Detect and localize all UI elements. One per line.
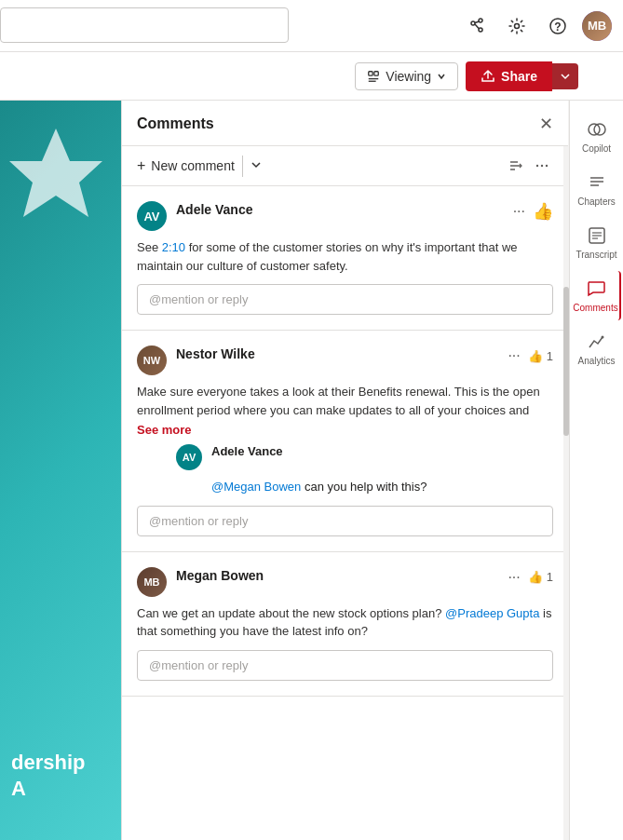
comment-actions (505, 155, 553, 177)
viewing-button[interactable]: Viewing (355, 62, 458, 90)
share-dropdown-button[interactable] (552, 63, 578, 89)
comments-header: Comments ✕ (122, 101, 568, 146)
like-button[interactable]: 👍 (528, 570, 543, 584)
search-box[interactable] (0, 7, 289, 43)
reply-author: Adele Vance (211, 444, 283, 458)
avatar: AV (137, 201, 167, 231)
sidebar-item-comments[interactable]: Comments (573, 271, 621, 320)
avatar: NW (137, 345, 167, 375)
comment-more-button[interactable]: ··· (504, 567, 523, 588)
share-button[interactable]: Share (466, 61, 552, 91)
reply-sub: AV Adele Vance @Megan Bowen can you help… (176, 444, 553, 496)
sidebar-item-transcript[interactable]: Transcript (573, 218, 621, 267)
reply-input[interactable]: @mention or reply (137, 506, 553, 536)
mention: @Pradeep Gupta (445, 606, 539, 620)
new-comment-button[interactable]: + New comment (137, 154, 242, 178)
left-panel: dership A (0, 101, 121, 840)
svg-point-26 (536, 165, 538, 167)
panel-line2: A (11, 776, 85, 803)
sidebar-item-analytics[interactable]: Analytics (573, 324, 621, 373)
svg-point-5 (515, 23, 520, 28)
sidebar-analytics-label: Analytics (577, 356, 615, 366)
svg-line-3 (475, 21, 480, 23)
comment-options: ··· 👍 (509, 201, 553, 222)
sidebar-item-chapters[interactable]: Chapters (573, 165, 621, 214)
like-count: 1 (547, 570, 553, 584)
avatar: MB (137, 567, 167, 597)
top-bar: ? MB (0, 0, 623, 52)
comment-row: NW Nestor Wilke ··· 👍 1 (137, 345, 553, 375)
share-group: Share (466, 61, 578, 91)
right-sidebar: Copilot Chapters Transcript Comments A (569, 101, 623, 840)
comment-thread: AV Adele Vance ··· 👍 See 2:10 for some o… (122, 186, 568, 331)
svg-point-22 (601, 336, 603, 339)
comment-body: See 2:10 for some of the customer storie… (137, 238, 553, 275)
new-comment-bar: + New comment (122, 146, 568, 186)
sidebar-transcript-label: Transcript (576, 250, 616, 260)
comment-meta: Adele Vance (176, 201, 500, 218)
reply-input[interactable]: @mention or reply (137, 284, 553, 315)
reply-avatar: AV (176, 444, 202, 470)
reply-body: @Megan Bowen can you help with this? (211, 478, 553, 496)
user-avatar[interactable]: MB (582, 11, 612, 41)
comment-meta: Megan Bowen (176, 567, 494, 584)
timestamp-link[interactable]: 2:10 (162, 240, 185, 254)
mention: @Megan Bowen (211, 480, 301, 494)
comment-author: Megan Bowen (176, 568, 264, 583)
comment-thread: MB Megan Bowen ··· 👍 1 Can we get an upd… (122, 552, 568, 697)
comment-more-button[interactable]: ··· (509, 201, 529, 222)
comment-thread: NW Nestor Wilke ··· 👍 1 Make sure everyo… (122, 331, 568, 552)
like-button[interactable]: 👍 (528, 349, 543, 363)
reply-row: AV Adele Vance (176, 444, 553, 470)
scrollbar-track (563, 101, 569, 840)
svg-marker-12 (9, 129, 102, 217)
settings-icon[interactable] (500, 9, 534, 43)
svg-point-28 (546, 165, 548, 167)
comment-row: AV Adele Vance ··· 👍 (137, 201, 553, 231)
toolbar-row: Viewing Share (0, 52, 623, 101)
help-icon[interactable]: ? (541, 9, 575, 43)
new-comment-label: New comment (151, 158, 234, 173)
svg-point-27 (541, 165, 543, 167)
comment-more-button[interactable]: ··· (504, 345, 523, 366)
comment-author: Nestor Wilke (176, 346, 255, 361)
comments-title: Comments (137, 115, 214, 132)
comment-options: ··· 👍 1 (504, 345, 553, 366)
viewing-label: Viewing (386, 69, 431, 84)
share-icon[interactable] (459, 9, 493, 43)
see-more-link[interactable]: See more (137, 423, 553, 437)
comments-panel: Comments ✕ + New comment (121, 101, 569, 840)
svg-point-0 (471, 21, 475, 25)
sidebar-comments-label: Comments (573, 303, 617, 313)
sidebar-item-copilot[interactable]: Copilot (573, 112, 621, 161)
sidebar-copilot-label: Copilot (582, 143, 611, 154)
svg-text:?: ? (554, 20, 561, 34)
share-label: Share (501, 69, 537, 84)
comment-author: Adele Vance (176, 202, 253, 217)
panel-line1: dership (11, 750, 85, 777)
svg-line-4 (475, 24, 480, 29)
comment-row: MB Megan Bowen ··· 👍 1 (137, 567, 553, 597)
scrollbar-thumb[interactable] (563, 287, 569, 436)
close-comments-button[interactable]: ✕ (539, 114, 553, 134)
sort-button[interactable] (505, 155, 527, 177)
svg-rect-8 (369, 71, 372, 75)
comment-options: ··· 👍 1 (504, 567, 553, 588)
comment-body: Can we get an update about the new stock… (137, 604, 553, 641)
comment-body: Make sure everyone takes a look at their… (137, 383, 553, 419)
more-options-button[interactable] (531, 155, 553, 177)
svg-rect-9 (374, 71, 378, 75)
like-count: 1 (547, 349, 553, 363)
comment-meta: Nestor Wilke (176, 345, 494, 362)
new-comment-dropdown-button[interactable] (242, 156, 269, 177)
sidebar-chapters-label: Chapters (577, 196, 616, 207)
like-hand-icon[interactable]: 👍 (533, 201, 553, 222)
reply-input[interactable]: @mention or reply (137, 650, 553, 681)
